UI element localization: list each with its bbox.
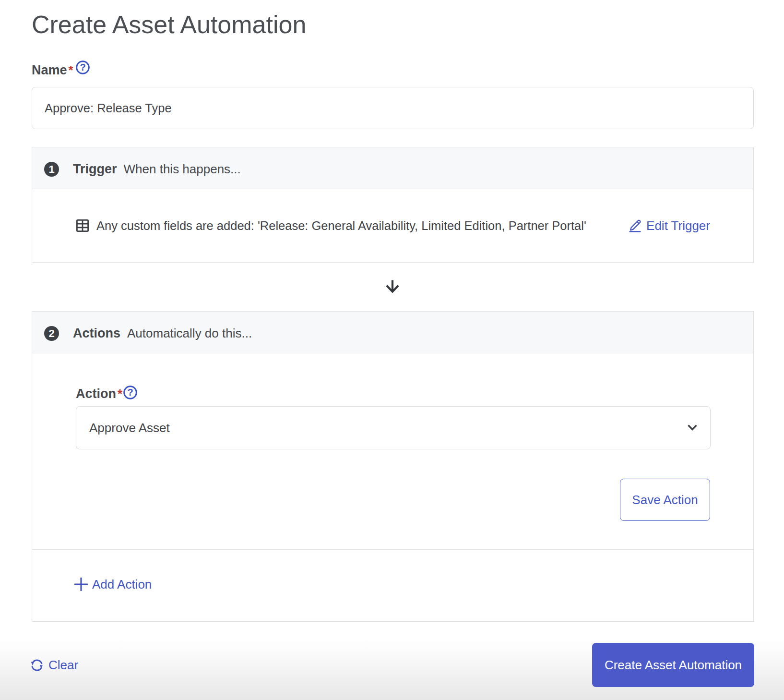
svg-text:?: ? xyxy=(127,387,133,398)
svg-text:?: ? xyxy=(80,62,85,72)
